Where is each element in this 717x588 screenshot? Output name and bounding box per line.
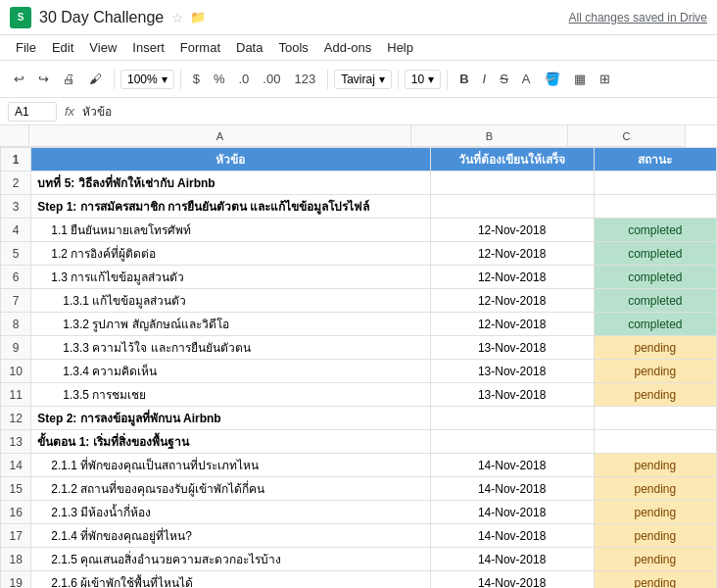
decimal0-button[interactable]: .0 [233, 68, 256, 90]
cell-a1[interactable]: หัวข้อ [31, 148, 430, 172]
cell-a[interactable]: 1.3 การแก้ไขข้อมูลส่วนตัว [31, 266, 430, 289]
cell-a[interactable]: 1.3.2 รูปภาพ สัญลักษณ์และวิดีโอ [31, 313, 430, 336]
cell-a[interactable]: 1.3.3 ความไว้ใจ และการยืนยันตัวตน [31, 336, 430, 360]
cell-c[interactable]: completed [594, 266, 716, 289]
cell-b[interactable] [430, 430, 594, 454]
undo-button[interactable]: ↩ [8, 68, 30, 90]
redo-button[interactable]: ↪ [32, 68, 55, 90]
cell-b[interactable]: 14-Nov-2018 [430, 524, 594, 548]
cell-a[interactable]: 2.1.1 ที่พักของคุณเป็นสถานที่ประเภทไหน [31, 454, 430, 477]
menu-format[interactable]: Format [172, 38, 228, 57]
cell-b[interactable]: 12-Nov-2018 [430, 242, 594, 266]
font-dropdown[interactable]: Taviraj ▾ [334, 70, 392, 89]
cell-a[interactable]: 1.2 การอิงค์ที่ผู้ติดต่อ [31, 242, 430, 266]
cell-c[interactable]: pending [594, 524, 716, 548]
table-row: 15 2.1.2 สถานที่ของคุณรองรับผู้เข้าพักได… [1, 477, 717, 501]
menu-file[interactable]: File [8, 38, 44, 57]
separator-4 [398, 70, 399, 89]
fill-color-button[interactable]: 🪣 [539, 68, 566, 90]
cell-c[interactable]: pending [594, 336, 716, 360]
cell-c[interactable]: pending [594, 383, 716, 407]
cell-c[interactable]: pending [594, 477, 716, 501]
cell-b[interactable]: 14-Nov-2018 [430, 548, 594, 571]
cell-a[interactable]: บทที่ 5: วิธีลงที่พักให้เช่ากับ Airbnb [31, 172, 430, 195]
merge-button[interactable]: ⊞ [594, 68, 616, 90]
zoom-dropdown[interactable]: 100% ▾ [120, 70, 174, 89]
cell-c[interactable] [594, 195, 716, 219]
italic-button[interactable]: I [477, 68, 493, 90]
cell-b[interactable]: 13-Nov-2018 [430, 383, 594, 407]
cell-b[interactable] [430, 407, 594, 430]
cell-b[interactable]: 14-Nov-2018 [430, 454, 594, 477]
cell-a[interactable]: 2.1.5 คุณเสนอสิ่งอำนวยความสะดวกอะไรบ้าง [31, 548, 430, 571]
folder-icon[interactable]: 📁 [190, 10, 206, 24]
currency-button[interactable]: $ [187, 68, 206, 90]
star-icon[interactable]: ☆ [171, 10, 184, 25]
col-header-b[interactable]: B [411, 125, 568, 147]
menu-tools[interactable]: Tools [270, 38, 315, 57]
cell-a[interactable]: 1.3.1 แก้ไขข้อมูลส่วนตัว [31, 289, 430, 313]
col-header-a[interactable]: A [29, 125, 411, 147]
fontsize-dropdown[interactable]: 10 ▾ [405, 70, 441, 89]
cell-c[interactable] [594, 172, 716, 195]
print-button[interactable]: 🖨 [57, 68, 81, 90]
cell-a[interactable]: ขั้นตอน 1: เริ่มที่สิ่งของพื้นฐาน [31, 430, 430, 454]
cell-c1[interactable]: สถานะ [594, 148, 716, 172]
table-row: 9 1.3.3 ความไว้ใจ และการยืนยันตัวตน13-No… [1, 336, 717, 360]
row-num: 1 [1, 148, 31, 172]
text-color-button[interactable]: A [516, 68, 537, 90]
cell-a[interactable]: 2.1.2 สถานที่ของคุณรองรับผู้เข้าพักได้กี… [31, 477, 430, 501]
row-num: 3 [1, 195, 31, 219]
cell-a[interactable]: 1.1 ยืนยันหมายเลขโทรศัพท์ [31, 219, 430, 242]
cell-b[interactable]: 14-Nov-2018 [430, 477, 594, 501]
cell-a[interactable]: Step 2: การลงข้อมูลที่พักบน Airbnb [31, 407, 430, 430]
menu-edit[interactable]: Edit [44, 38, 81, 57]
paint-format-button[interactable]: 🖌 [83, 68, 108, 90]
cell-a[interactable]: Step 1: การสมัครสมาชิก การยืนยันตัวตน แล… [31, 195, 430, 219]
cell-a[interactable]: 2.1.3 มีห้องน้ำกี่ห้อง [31, 501, 430, 524]
percent-button[interactable]: % [208, 68, 231, 90]
cell-b[interactable] [430, 195, 594, 219]
cell-c[interactable] [594, 407, 716, 430]
cell-b[interactable]: 14-Nov-2018 [430, 571, 594, 589]
menu-view[interactable]: View [81, 38, 124, 57]
cell-b1[interactable]: วันที่ต้องเขียนให้เสร็จ [430, 148, 594, 172]
cell-b[interactable]: 13-Nov-2018 [430, 360, 594, 383]
cell-b[interactable]: 12-Nov-2018 [430, 313, 594, 336]
cell-b[interactable]: 14-Nov-2018 [430, 501, 594, 524]
cell-c[interactable]: pending [594, 454, 716, 477]
bold-button[interactable]: B [454, 68, 474, 90]
strikethrough-button[interactable]: S [494, 68, 514, 90]
cell-c[interactable]: pending [594, 360, 716, 383]
cell-a[interactable]: 1.3.5 การชมเชย [31, 383, 430, 407]
cell-b[interactable]: 12-Nov-2018 [430, 289, 594, 313]
cell-c[interactable] [594, 430, 716, 454]
cell-a[interactable]: 1.3.4 ความคิดเห็น [31, 360, 430, 383]
corner-cell [0, 125, 29, 147]
decimal00-button[interactable]: .00 [257, 68, 286, 90]
menu-data[interactable]: Data [228, 38, 270, 57]
menu-addons[interactable]: Add-ons [316, 38, 379, 57]
borders-button[interactable]: ▦ [568, 68, 592, 90]
cell-c[interactable]: pending [594, 501, 716, 524]
cell-a[interactable]: 2.1.6 ผู้เข้าพักใช้พื้นที่ไหนได้ [31, 571, 430, 589]
cell-b[interactable]: 12-Nov-2018 [430, 266, 594, 289]
cell-c[interactable]: completed [594, 219, 716, 242]
cell-b[interactable]: 12-Nov-2018 [430, 219, 594, 242]
cell-c[interactable]: completed [594, 289, 716, 313]
menu-bar: File Edit View Insert Format Data Tools … [0, 35, 717, 61]
cell-c[interactable]: completed [594, 242, 716, 266]
cell-b[interactable] [430, 172, 594, 195]
cell-reference[interactable]: A1 [8, 102, 57, 122]
menu-insert[interactable]: Insert [124, 38, 172, 57]
cell-c[interactable]: pending [594, 571, 716, 589]
separator-3 [327, 70, 328, 89]
cell-b[interactable]: 13-Nov-2018 [430, 336, 594, 360]
cell-c[interactable]: pending [594, 548, 716, 571]
cell-a[interactable]: 2.1.4 ที่พักของคุณอยู่ที่ไหน? [31, 524, 430, 548]
col-header-c[interactable]: C [568, 125, 686, 147]
format123-button[interactable]: 123 [288, 68, 321, 90]
menu-help[interactable]: Help [379, 38, 421, 57]
cell-c[interactable]: completed [594, 313, 716, 336]
data-table: 1 หัวข้อ วันที่ต้องเขียนให้เสร็จ สถานะ 2… [0, 147, 717, 588]
